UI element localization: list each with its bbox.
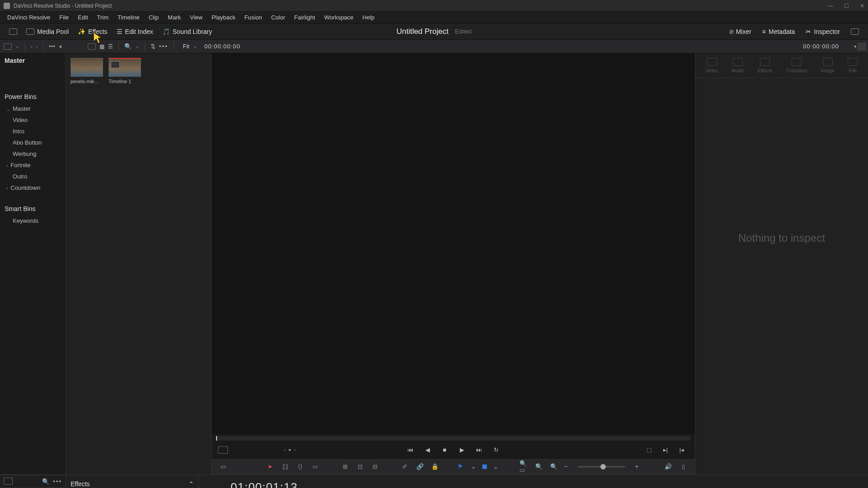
first-frame-button[interactable]: ⏮ bbox=[406, 446, 415, 454]
inspector-tab-effects[interactable]: Effects bbox=[757, 58, 772, 73]
selection-tool-button[interactable]: ➤ bbox=[266, 463, 274, 470]
meter-button[interactable]: ▯ bbox=[679, 463, 688, 470]
layout-button[interactable] bbox=[4, 43, 12, 50]
zoom-in-button[interactable]: + bbox=[635, 463, 639, 470]
menu-help[interactable]: Help bbox=[358, 12, 379, 23]
smart-bins-header[interactable]: Smart Bins bbox=[0, 202, 66, 215]
inspector-tab-transition[interactable]: Transition bbox=[786, 58, 807, 73]
bin-countdown[interactable]: Countdown bbox=[0, 182, 66, 193]
bin-keywords[interactable]: Keywords bbox=[0, 215, 66, 226]
play-button[interactable]: ▶ bbox=[458, 446, 466, 454]
list-view-button[interactable]: ☰ bbox=[108, 43, 113, 50]
menu-clip[interactable]: Clip bbox=[144, 12, 163, 23]
layout-dropdown[interactable]: ⌄ bbox=[15, 43, 19, 49]
viewer-canvas[interactable] bbox=[212, 53, 695, 434]
maximize-button[interactable]: ☐ bbox=[844, 3, 849, 9]
detail-zoom-button[interactable]: 🔍 bbox=[534, 463, 543, 470]
inspector-tab-video[interactable]: Video bbox=[706, 58, 718, 73]
last-frame-button[interactable]: ⏭ bbox=[475, 446, 483, 454]
blade-tool-button[interactable]: ▭ bbox=[311, 463, 320, 470]
menu-view[interactable]: View bbox=[185, 12, 207, 23]
menu-fairlight[interactable]: Fairlight bbox=[290, 12, 320, 23]
sort-button[interactable]: ⇅ bbox=[151, 43, 156, 50]
metadata-button[interactable]: ≡Metadata bbox=[758, 26, 800, 37]
overwrite-button[interactable]: ⊡ bbox=[356, 463, 364, 470]
nav-back-button[interactable]: ‹ bbox=[31, 44, 33, 49]
play-reverse-button[interactable]: ◀ bbox=[424, 446, 432, 454]
viewer-expand-button[interactable] bbox=[857, 42, 866, 51]
zoom-to-fit-button[interactable]: 🔍▭ bbox=[519, 463, 528, 470]
insert-button[interactable]: ⊞ bbox=[341, 463, 349, 470]
bin-intro[interactable]: Intro bbox=[0, 126, 66, 137]
inspector-tab-audio[interactable]: Audio bbox=[731, 58, 744, 73]
master-bin-header[interactable]: Master bbox=[0, 53, 66, 68]
menu-playback[interactable]: Playback bbox=[207, 12, 240, 23]
fullscreen-button[interactable] bbox=[5, 27, 22, 37]
menu-davinci[interactable]: DaVinci Resolve bbox=[3, 12, 55, 23]
more-button[interactable]: ••• bbox=[49, 43, 55, 50]
sound-library-button[interactable]: 🎵Sound Library bbox=[158, 26, 217, 37]
zoom-dropdown[interactable]: ⌄ bbox=[193, 43, 197, 49]
bin-fortnite[interactable]: Fortnite bbox=[0, 160, 66, 171]
search-dropdown[interactable]: ⌄ bbox=[135, 43, 139, 49]
effects-more-button[interactable]: ••• bbox=[53, 478, 62, 485]
stop-button[interactable]: ■ bbox=[441, 446, 449, 454]
lock-button[interactable]: 🔒 bbox=[430, 463, 439, 470]
flag-dropdown[interactable]: ⌄ bbox=[471, 463, 476, 470]
timeline-timecode[interactable]: 01:00:01:13 bbox=[199, 475, 868, 488]
close-button[interactable]: ✕ bbox=[860, 3, 864, 9]
search-icon[interactable]: 🔍 bbox=[124, 43, 132, 50]
effects-sidebar-toggle[interactable] bbox=[4, 478, 13, 485]
menu-workspace[interactable]: Workspace bbox=[320, 12, 358, 23]
pool-more-button[interactable]: ••• bbox=[159, 43, 168, 50]
timeline-thumb[interactable]: Timeline 1 bbox=[108, 58, 141, 84]
inspector-tab-image[interactable]: Image bbox=[821, 58, 835, 73]
effects-section-header[interactable]: Effects⌃ bbox=[69, 478, 196, 488]
blade-edit-button[interactable]: ✐ bbox=[401, 463, 409, 470]
media-pool-grid[interactable]: pexels-mik… Timeline 1 bbox=[66, 53, 212, 474]
nav-fwd-button[interactable]: › bbox=[36, 44, 38, 49]
bin-outro[interactable]: Outro bbox=[0, 171, 66, 182]
next-clip-button[interactable]: ▸| bbox=[661, 446, 670, 454]
custom-zoom-button[interactable]: 🔍 bbox=[549, 463, 558, 470]
inspector-button[interactable]: ✂Inspector bbox=[801, 26, 844, 37]
media-pool-button[interactable]: Media Pool bbox=[22, 26, 73, 37]
collapse-icon[interactable]: ⌃ bbox=[189, 480, 194, 488]
menu-file[interactable]: File bbox=[55, 12, 73, 23]
power-bins-header[interactable]: Power Bins bbox=[0, 90, 66, 103]
zoom-slider[interactable] bbox=[578, 466, 625, 468]
audio-monitor-button[interactable]: 🔊 bbox=[664, 463, 673, 470]
bin-master[interactable]: Master bbox=[0, 103, 66, 114]
inspector-tab-file[interactable]: File bbox=[848, 58, 858, 73]
prev-clip-button[interactable]: |◂ bbox=[678, 446, 686, 454]
trim-tool-button[interactable]: ⟦⟧ bbox=[281, 463, 289, 470]
expand-button[interactable] bbox=[846, 27, 863, 37]
dynamic-trim-button[interactable]: ⟨⟩ bbox=[296, 463, 304, 470]
menu-fusion[interactable]: Fusion bbox=[240, 12, 267, 23]
next-edit-button[interactable]: › bbox=[294, 447, 296, 452]
bin-video[interactable]: Video bbox=[0, 114, 66, 126]
bin-abo-button[interactable]: Abo Button bbox=[0, 137, 66, 148]
match-frame-button[interactable]: ⬚ bbox=[645, 446, 653, 454]
minimize-button[interactable]: — bbox=[828, 3, 833, 9]
timeline-view-button[interactable]: ▭ bbox=[219, 463, 227, 470]
menu-edit[interactable]: Edit bbox=[73, 12, 92, 23]
viewer-scrubber[interactable] bbox=[216, 436, 690, 441]
link-button[interactable]: 🔗 bbox=[415, 463, 424, 470]
loop-button[interactable]: ↻ bbox=[492, 446, 500, 454]
marker-button[interactable] bbox=[482, 465, 487, 469]
menu-color[interactable]: Color bbox=[267, 12, 290, 23]
menu-timeline[interactable]: Timeline bbox=[113, 12, 144, 23]
viewer-zoom[interactable]: Fit bbox=[183, 43, 189, 50]
effects-search-icon[interactable]: 🔍 bbox=[42, 478, 49, 485]
replace-button[interactable]: ⊟ bbox=[371, 463, 379, 470]
effects-button[interactable]: ✨Effects bbox=[73, 26, 112, 37]
flag-button[interactable]: ⚑ bbox=[456, 463, 465, 470]
edit-index-button[interactable]: ☰Edit Index bbox=[112, 26, 158, 37]
grid-view-button[interactable]: ▦ bbox=[99, 43, 104, 50]
bin-werbung[interactable]: Werbung bbox=[0, 148, 66, 160]
marker-dropdown[interactable]: ⌄ bbox=[493, 463, 498, 470]
media-clip-thumb[interactable]: pexels-mik… bbox=[71, 58, 103, 84]
menu-mark[interactable]: Mark bbox=[163, 12, 185, 23]
prev-edit-button[interactable]: ‹ bbox=[284, 447, 286, 452]
